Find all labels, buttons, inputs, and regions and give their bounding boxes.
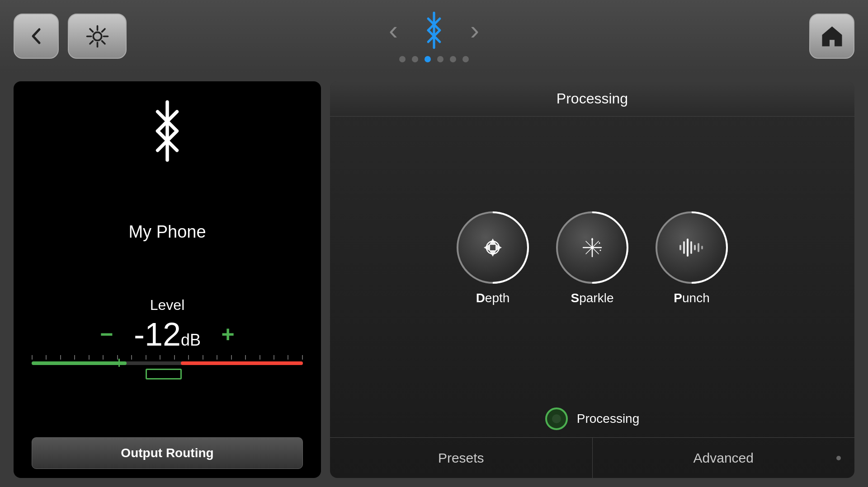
left-panel: My Phone Level − -12dB + — [14, 81, 321, 478]
level-label: Level — [150, 297, 185, 314]
processing-title: Processing — [344, 90, 841, 107]
settings-button[interactable] — [68, 14, 127, 59]
knobs-section: Depth — [330, 117, 854, 400]
level-unit: dB — [181, 331, 201, 349]
svg-marker-10 — [822, 26, 842, 46]
svg-line-20 — [586, 241, 599, 254]
svg-point-0 — [93, 32, 101, 40]
page-dots — [399, 56, 469, 62]
svg-point-23 — [599, 243, 600, 244]
right-panel: Processing Dep — [330, 81, 854, 478]
slider-track-red — [181, 361, 303, 365]
dot-1[interactable] — [399, 56, 406, 62]
dot-4[interactable] — [437, 56, 443, 62]
slider-handle-green — [118, 359, 120, 367]
sparkle-icon — [576, 232, 608, 263]
punch-label: Punch — [674, 291, 709, 305]
nav-controls: ‹ › — [389, 10, 479, 51]
processing-header: Processing — [330, 81, 854, 117]
status-text: Processing — [577, 412, 640, 426]
svg-line-19 — [586, 241, 599, 254]
punch-icon — [676, 232, 708, 263]
bottom-buttons: Presets Advanced — [330, 437, 854, 478]
center-nav: ‹ › — [389, 10, 479, 62]
prev-button[interactable]: ‹ — [389, 17, 398, 44]
dot-6[interactable] — [462, 56, 469, 62]
sparkle-knob-container[interactable]: Sparkle — [556, 211, 628, 305]
status-indicator — [545, 407, 568, 430]
svg-line-5 — [90, 29, 93, 32]
level-increase-button[interactable]: + — [214, 321, 241, 347]
level-slider[interactable] — [32, 355, 303, 382]
level-display: -12dB — [134, 318, 201, 351]
punch-label-rest: unch — [682, 291, 710, 305]
processing-status: Processing — [330, 400, 854, 437]
home-button[interactable] — [809, 14, 854, 59]
svg-rect-26 — [683, 241, 685, 254]
svg-marker-15 — [489, 250, 496, 257]
depth-knob-container[interactable]: Depth — [457, 211, 529, 305]
output-routing-label: Output Routing — [121, 446, 213, 460]
main-content: My Phone Level − -12dB + — [0, 72, 868, 487]
device-name: My Phone — [128, 222, 206, 242]
sparkle-knob[interactable] — [556, 211, 628, 284]
bluetooth-icon-header — [416, 10, 452, 51]
svg-rect-31 — [701, 246, 703, 249]
advanced-button[interactable]: Advanced — [593, 438, 855, 478]
next-button[interactable]: › — [470, 17, 479, 44]
svg-line-6 — [102, 41, 104, 43]
slider-handle-box — [146, 369, 182, 379]
svg-point-12 — [486, 241, 499, 254]
svg-rect-28 — [690, 241, 692, 254]
sparkle-label-rest: parkle — [579, 291, 613, 305]
svg-rect-30 — [698, 243, 699, 252]
status-inner — [552, 414, 561, 423]
slider-ticks — [32, 355, 303, 361]
svg-marker-13 — [489, 239, 496, 245]
svg-rect-27 — [687, 239, 689, 257]
punch-label-bold: P — [674, 291, 682, 305]
top-bar-left — [14, 14, 127, 59]
svg-point-21 — [591, 246, 594, 249]
dot-2[interactable] — [412, 56, 418, 62]
presets-button[interactable]: Presets — [330, 438, 593, 478]
dot-3[interactable] — [425, 56, 431, 62]
presets-label: Presets — [438, 450, 484, 466]
depth-icon — [477, 232, 509, 263]
depth-knob[interactable] — [457, 211, 529, 284]
svg-rect-25 — [679, 245, 681, 250]
sparkle-label-bold: S — [571, 291, 580, 305]
depth-label: Depth — [476, 291, 510, 305]
svg-line-8 — [90, 41, 93, 43]
back-button[interactable] — [14, 14, 59, 59]
svg-marker-14 — [484, 244, 490, 251]
level-number: -12 — [134, 316, 181, 352]
depth-label-rest: epth — [485, 291, 510, 305]
svg-point-22 — [591, 239, 593, 240]
svg-line-7 — [102, 29, 104, 32]
svg-marker-16 — [495, 244, 502, 251]
dot-5[interactable] — [450, 56, 456, 62]
advanced-label: Advanced — [693, 450, 754, 466]
punch-knob-container[interactable]: Punch — [656, 211, 728, 305]
top-bar: ‹ › — [0, 0, 868, 72]
depth-label-bold: D — [476, 291, 485, 305]
output-routing-button[interactable]: Output Routing — [32, 437, 303, 469]
svg-point-24 — [600, 250, 601, 251]
level-value-row: − -12dB + — [32, 318, 303, 351]
punch-knob[interactable] — [656, 211, 728, 284]
level-decrease-button[interactable]: − — [93, 321, 120, 347]
level-section: Level − -12dB + — [32, 297, 303, 382]
slider-track-green — [32, 361, 127, 365]
svg-rect-29 — [694, 245, 696, 250]
bluetooth-large-icon — [131, 95, 203, 167]
sparkle-label: Sparkle — [571, 291, 614, 305]
advanced-dot — [836, 456, 841, 460]
